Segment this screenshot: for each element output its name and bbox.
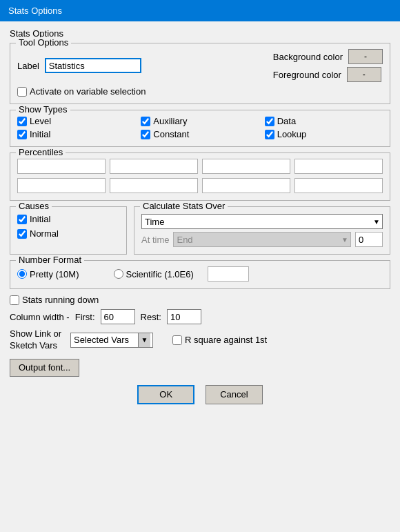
cb-constant[interactable] <box>141 130 150 139</box>
first-label: First: <box>75 312 95 322</box>
cb-data-label[interactable]: Data <box>265 116 383 126</box>
show-link-label: Show Link or Sketch Vars <box>10 328 65 352</box>
label-text: Label <box>17 61 39 71</box>
cb-level-label[interactable]: Level <box>17 116 135 126</box>
stats-running-checkbox[interactable] <box>10 295 19 305</box>
cb-initial[interactable] <box>17 130 27 139</box>
at-time-value-input[interactable] <box>355 232 383 247</box>
rest-label: Rest: <box>141 312 161 322</box>
button-row: OK Cancel <box>10 385 390 404</box>
show-types-title: Show Types <box>16 104 70 115</box>
percentile-input-3[interactable] <box>202 159 290 174</box>
number-format-group: Number Format Pretty (10M) Scientific (1… <box>10 260 390 289</box>
column-width-row: Column width - First: Rest: <box>10 309 390 324</box>
calculate-stats-over-dropdown[interactable]: Time <box>141 214 383 229</box>
r-square-checkbox[interactable] <box>172 335 182 345</box>
cancel-button[interactable]: Cancel <box>206 385 262 404</box>
cb-causes-initial[interactable] <box>17 215 27 224</box>
percentile-input-1[interactable] <box>17 159 106 174</box>
cb-level[interactable] <box>17 117 27 126</box>
end-dropdown[interactable]: End <box>173 232 351 247</box>
first-width-input[interactable] <box>101 309 135 324</box>
scientific-radio-label[interactable]: Scientific (1.0E6) <box>114 269 194 279</box>
percentile-input-4[interactable] <box>294 159 383 174</box>
pretty-radio-label[interactable]: Pretty (10M) <box>17 269 79 279</box>
causes-calc-row: Causes Initial Normal Calculate Stats Ov… <box>10 206 390 260</box>
percentile-input-5[interactable] <box>17 178 106 193</box>
calculate-stats-over-title: Calculate Stats Over <box>140 201 228 211</box>
cb-lookup[interactable] <box>265 130 274 139</box>
title-bar-label: Stats Options <box>8 6 62 16</box>
show-types-grid: Level Auxiliary Data Initial Constant Lo… <box>17 116 383 139</box>
link-dropdown-wrapper: Selected Vars ▼ <box>70 333 153 348</box>
background-color-btn[interactable]: - <box>348 49 383 64</box>
show-link-row: Show Link or Sketch Vars Selected Vars ▼… <box>10 328 390 352</box>
cb-initial-label[interactable]: Initial <box>17 129 135 139</box>
label-input[interactable] <box>45 58 141 73</box>
link-dropdown[interactable]: Selected Vars <box>70 333 153 348</box>
bottom-section: Stats running down Column width - First:… <box>10 295 390 404</box>
rest-width-input[interactable] <box>167 309 201 324</box>
percentile-input-7[interactable] <box>202 178 290 193</box>
title-bar: Stats Options <box>0 0 400 21</box>
pretty-radio[interactable] <box>17 269 27 279</box>
activate-checkbox[interactable] <box>17 87 27 97</box>
show-types-group: Show Types Level Auxiliary Data Initial … <box>10 110 390 147</box>
scientific-radio[interactable] <box>114 269 123 279</box>
foreground-color-label: Foreground color <box>273 70 341 80</box>
tool-options-group: Tool Options Label Background color - Fo… <box>10 43 390 104</box>
r-square-label[interactable]: R square against 1st <box>172 335 267 345</box>
percentile-input-8[interactable] <box>294 178 383 193</box>
percentile-input-6[interactable] <box>110 178 198 193</box>
scientific-value-input[interactable] <box>208 266 249 282</box>
number-format-title: Number Format <box>16 255 84 265</box>
cb-auxiliary[interactable] <box>141 117 150 126</box>
stats-running-label[interactable]: Stats running down <box>10 295 99 305</box>
causes-title: Causes <box>16 201 52 211</box>
calculate-stats-over-group: Calculate Stats Over Time ▼ At time End … <box>134 206 390 255</box>
cb-auxiliary-label[interactable]: Auxiliary <box>141 116 259 126</box>
number-format-row: Pretty (10M) Scientific (1.0E6) <box>17 266 383 282</box>
percentiles-grid <box>17 159 383 193</box>
tool-options-title: Tool Options <box>16 37 71 48</box>
percentiles-title: Percentiles <box>16 147 66 157</box>
cb-causes-normal-label[interactable]: Normal <box>17 228 119 239</box>
causes-group: Causes Initial Normal <box>10 206 127 255</box>
percentiles-group: Percentiles <box>10 152 390 201</box>
ok-button[interactable]: OK <box>137 385 194 404</box>
column-width-label: Column width - <box>10 312 70 322</box>
dialog-body: Stats Options Tool Options Label Backgro… <box>0 21 400 529</box>
cb-causes-initial-label[interactable]: Initial <box>17 214 119 224</box>
stats-running-row: Stats running down <box>10 295 390 305</box>
background-color-label: Background color <box>273 52 343 62</box>
cb-constant-label[interactable]: Constant <box>141 129 259 139</box>
percentile-input-2[interactable] <box>110 159 198 174</box>
cb-causes-normal[interactable] <box>17 229 27 239</box>
cb-data[interactable] <box>265 117 274 126</box>
activate-checkbox-label[interactable]: Activate on variable selection <box>17 86 146 97</box>
foreground-color-btn[interactable]: - <box>347 67 381 82</box>
at-time-label: At time <box>141 235 169 245</box>
cb-lookup-label[interactable]: Lookup <box>265 129 383 139</box>
output-font-btn[interactable]: Output font... <box>10 359 79 377</box>
output-font-row: Output font... <box>10 359 390 377</box>
